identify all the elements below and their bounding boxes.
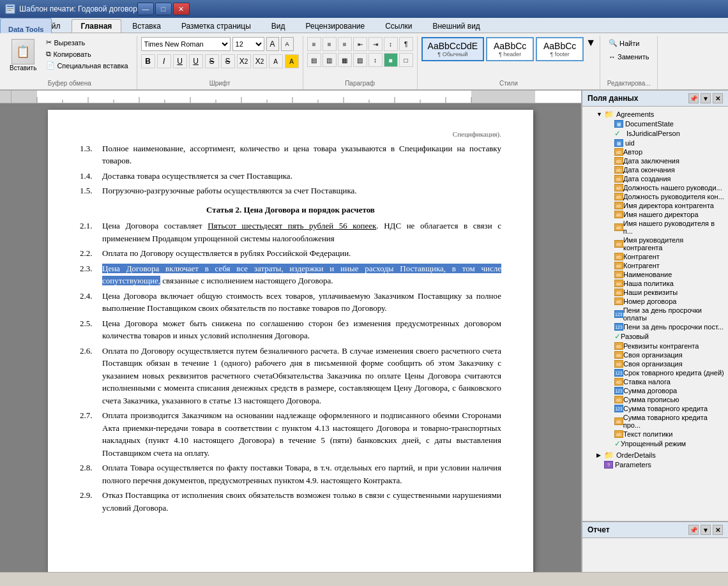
- indent-increase-button[interactable]: ⇥: [368, 37, 383, 51]
- tree-item-2[interactable]: ab Дата окончания: [585, 165, 725, 174]
- font-color-button[interactable]: A: [269, 54, 283, 68]
- tab-main[interactable]: Главная: [72, 19, 122, 33]
- tree-item-9[interactable]: ab Имя руководителя контрагента: [585, 236, 725, 252]
- font-grow-button[interactable]: A: [266, 37, 279, 51]
- font-label: Шрифт: [208, 79, 232, 88]
- tree-item-26[interactable]: 123 Сумма товарного кредита: [585, 404, 725, 413]
- tree-item-20[interactable]: ab Своя организация: [585, 350, 725, 359]
- tree-item-3[interactable]: ab Дата создания: [585, 174, 725, 183]
- datatools-tab[interactable]: Data Tools: [0, 18, 52, 33]
- sidebar-bottom-header: Отчет 📌 ▼ ✕: [582, 522, 728, 538]
- tree-item-14[interactable]: ab Наши реквизиты: [585, 288, 725, 297]
- list-number-button[interactable]: ≡: [322, 37, 337, 51]
- cut-button[interactable]: ✂ Вырезать: [42, 37, 132, 48]
- tree-item-17[interactable]: 123 Пени за день просрочки пост...: [585, 322, 725, 331]
- close-button[interactable]: ✕: [173, 3, 190, 15]
- minimize-button[interactable]: —: [137, 3, 154, 15]
- tree-item-23[interactable]: ab Ставка налога: [585, 377, 725, 386]
- tree-item-22[interactable]: 123 Срок товарного кредита (дней): [585, 368, 725, 377]
- paste-special-button[interactable]: 📄 Специальная вставка: [42, 60, 132, 71]
- report-close-button[interactable]: ✕: [713, 525, 723, 535]
- tree-item-27[interactable]: ab Сумма товарного кредита про...: [585, 413, 725, 430]
- align-right-button[interactable]: ▦: [338, 53, 352, 67]
- tree-item-4[interactable]: ab Должность нашего руководи...: [585, 183, 725, 192]
- report-pin-button[interactable]: 📌: [688, 525, 699, 535]
- strikethrough-button[interactable]: S: [205, 54, 219, 68]
- bold-button[interactable]: B: [141, 54, 155, 68]
- tree-item-orderdetails[interactable]: ▶ 📁 OrderDetails: [585, 450, 725, 460]
- strikethrough2-button[interactable]: S: [221, 54, 235, 68]
- copy-button[interactable]: ⧉ Копировать: [42, 49, 132, 59]
- line-spacing-button[interactable]: ↕: [368, 53, 383, 67]
- ab-icon: ab: [614, 378, 623, 386]
- align-center-button[interactable]: ▥: [322, 53, 337, 67]
- font-shrink-button[interactable]: A: [281, 37, 294, 51]
- find-button[interactable]: 🔍 Найти: [604, 37, 644, 49]
- subscript-button[interactable]: X2: [253, 54, 267, 68]
- expand-icon[interactable]: ▼: [596, 111, 604, 117]
- tree-item-7[interactable]: ab Имя нашего директора: [585, 210, 725, 219]
- tree-item-19[interactable]: ab Реквизиты контрагента: [585, 342, 725, 350]
- tree-item-documentstate[interactable]: ▦ DocumentState: [585, 119, 725, 128]
- show-marks-button[interactable]: ¶: [399, 37, 413, 51]
- tree-item-24[interactable]: 123 Сумма договора: [585, 386, 725, 395]
- tree-item-16[interactable]: 123 Пени за день просрочки оплаты: [585, 306, 725, 322]
- sidebar-menu-button[interactable]: ▼: [701, 93, 711, 103]
- expand-orderdetails[interactable]: ▶: [596, 452, 604, 458]
- underline2-button[interactable]: U: [189, 54, 203, 68]
- tree-item-5[interactable]: ab Должность руководителя кон...: [585, 192, 725, 201]
- list-multi-button[interactable]: ≡: [338, 37, 352, 51]
- list-bullet-button[interactable]: ≡: [307, 37, 321, 51]
- paste-button[interactable]: 📋 Вставить: [6, 37, 40, 73]
- tree-item-25[interactable]: ab Сумма прописью: [585, 395, 725, 404]
- tree-item-18[interactable]: ✓ Разовый: [585, 331, 725, 342]
- italic-button[interactable]: I: [157, 54, 171, 68]
- shade-button[interactable]: ■: [384, 53, 398, 67]
- tree-item-isjuridical[interactable]: ✓ IsJuridicalPerson: [585, 128, 725, 139]
- tree-item-1[interactable]: ab Дата заключения: [585, 156, 725, 165]
- tab-external[interactable]: Внешний вид: [423, 19, 489, 33]
- tree-item-15[interactable]: ab Номер договора: [585, 297, 725, 306]
- style-footer[interactable]: AaBbCc ¶ footer: [536, 37, 584, 61]
- sort-button[interactable]: ↕: [384, 37, 398, 51]
- style-normal[interactable]: AaBbCcDdE ¶ Обычный: [421, 37, 485, 61]
- align-justify-button[interactable]: ▧: [353, 53, 367, 67]
- font-size-select[interactable]: 12: [232, 37, 264, 51]
- tab-page-layout[interactable]: Разметка страницы: [172, 19, 261, 33]
- tree-item-0[interactable]: ab Автор: [585, 147, 725, 156]
- tree-item-11[interactable]: ab Контрагент: [585, 261, 725, 270]
- item-2-3: 2.3. Цена Договора включает в себя все з…: [80, 262, 501, 287]
- tree-item-8[interactable]: ab Имя нашего руководителя в п...: [585, 219, 725, 236]
- highlight-button[interactable]: A: [285, 54, 299, 68]
- tree-root-agreements[interactable]: ▼ 📁 Agreements: [585, 109, 725, 119]
- check-icon: ✓: [614, 332, 621, 341]
- tab-insert[interactable]: Вставка: [123, 19, 171, 33]
- tree-item-13[interactable]: ab Наша политика: [585, 279, 725, 288]
- report-menu-button[interactable]: ▼: [701, 525, 711, 535]
- underline-button[interactable]: U: [173, 54, 187, 68]
- border-button[interactable]: □: [399, 53, 413, 67]
- tab-references[interactable]: Ссылки: [375, 19, 421, 33]
- sidebar-pin-button[interactable]: 📌: [688, 93, 699, 103]
- align-left-button[interactable]: ▤: [307, 53, 321, 67]
- tree-item-6[interactable]: ab Имя директора контрагента: [585, 201, 725, 210]
- replace-button[interactable]: ↔ Заменить: [604, 51, 653, 63]
- tree-item-28[interactable]: ab Текст политики: [585, 430, 725, 439]
- tree-item-10[interactable]: ab Контрагент: [585, 252, 725, 261]
- font-name-select[interactable]: Times New Roman: [141, 37, 231, 51]
- indent-decrease-button[interactable]: ⇤: [353, 37, 367, 51]
- document-scroll[interactable]: Спецификация). 1.3. Полное наименование,…: [0, 103, 581, 572]
- tab-review[interactable]: Рецензирование: [296, 19, 375, 33]
- tab-view[interactable]: Вид: [262, 19, 295, 33]
- tree-item-29[interactable]: ✓ Упрощенный режим: [585, 439, 725, 449]
- styles-dropdown[interactable]: ▼: [586, 37, 596, 49]
- tree-item-12[interactable]: ab Наименование: [585, 270, 725, 279]
- tree-item-uid[interactable]: ▦ uid: [585, 139, 725, 147]
- superscript-button[interactable]: X2: [237, 54, 251, 68]
- tree-item-21[interactable]: ab Своя организация: [585, 359, 725, 368]
- sidebar-close-button[interactable]: ✕: [713, 93, 723, 103]
- maximize-button[interactable]: □: [155, 3, 172, 15]
- sidebar-tree[interactable]: ▼ 📁 Agreements ▦ DocumentState ✓ IsJurid…: [582, 107, 728, 521]
- tree-item-parameters[interactable]: ? Parameters: [585, 460, 725, 469]
- style-header[interactable]: AaBbCc ¶ header: [486, 37, 534, 61]
